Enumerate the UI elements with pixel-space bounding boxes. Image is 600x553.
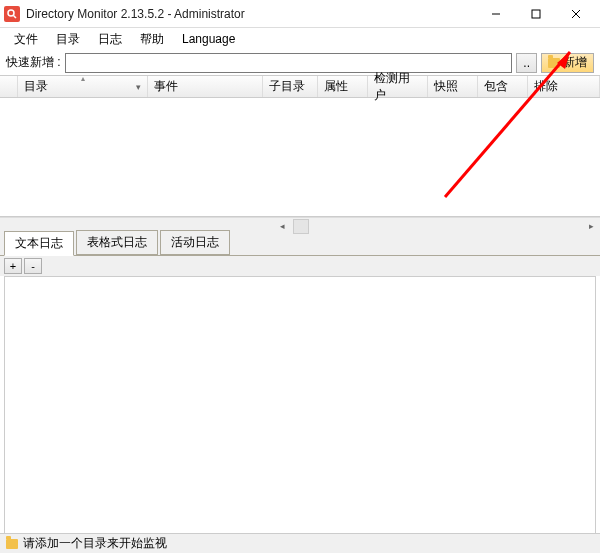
- column-event-label: 事件: [154, 78, 178, 95]
- menu-directory[interactable]: 目录: [48, 29, 88, 50]
- column-attribute-label: 属性: [324, 78, 348, 95]
- minimize-button[interactable]: [476, 0, 516, 28]
- scroll-left-arrow[interactable]: ◂: [274, 219, 291, 234]
- folder-icon: [548, 58, 560, 68]
- add-button[interactable]: 新增: [541, 53, 594, 73]
- svg-rect-3: [532, 10, 540, 18]
- table-body[interactable]: [0, 98, 600, 217]
- filter-icon[interactable]: ▾: [136, 82, 141, 92]
- close-button[interactable]: [556, 0, 596, 28]
- quickadd-input[interactable]: [65, 53, 513, 73]
- browse-button[interactable]: ..: [516, 53, 537, 73]
- status-message: 请添加一个目录来开始监视: [23, 535, 167, 552]
- column-detect-user-label: 检测用户: [374, 70, 421, 104]
- column-directory-label: 目录: [24, 78, 48, 95]
- window-title: Directory Monitor 2.13.5.2 - Administrat…: [26, 7, 476, 21]
- column-directory[interactable]: 目录 ▾: [18, 76, 148, 97]
- column-attribute[interactable]: 属性: [318, 76, 368, 97]
- column-snapshot[interactable]: 快照: [428, 76, 478, 97]
- log-body[interactable]: [4, 276, 596, 540]
- column-exclude-label: 排除: [534, 78, 558, 95]
- table-header: 目录 ▾ 事件 子目录 属性 检测用户 快照 包含 排除: [0, 76, 600, 98]
- column-exclude[interactable]: 排除: [528, 76, 600, 97]
- column-snapshot-label: 快照: [434, 78, 458, 95]
- column-include[interactable]: 包含: [478, 76, 528, 97]
- column-detect-user[interactable]: 检测用户: [368, 76, 428, 97]
- svg-line-1: [14, 15, 17, 18]
- scroll-right-arrow[interactable]: ▸: [583, 219, 600, 234]
- quickadd-label: 快速新增 :: [6, 54, 61, 71]
- maximize-button[interactable]: [516, 0, 556, 28]
- scroll-thumb[interactable]: [293, 219, 309, 234]
- tab-activity-log[interactable]: 活动日志: [160, 230, 230, 255]
- menu-help[interactable]: 帮助: [132, 29, 172, 50]
- log-tabs: 文本日志 表格式日志 活动日志: [0, 234, 600, 256]
- svg-point-0: [8, 10, 14, 16]
- quickadd-bar: 快速新增 : .. 新增: [0, 50, 600, 76]
- column-checkbox[interactable]: [0, 76, 18, 97]
- browse-label: ..: [523, 56, 530, 70]
- column-event[interactable]: 事件: [148, 76, 263, 97]
- log-add-button[interactable]: +: [4, 258, 22, 274]
- add-label: 新增: [563, 54, 587, 71]
- column-include-label: 包含: [484, 78, 508, 95]
- log-remove-button[interactable]: -: [24, 258, 42, 274]
- tab-table-log[interactable]: 表格式日志: [76, 230, 158, 255]
- menu-language[interactable]: Language: [174, 30, 243, 48]
- tab-text-log[interactable]: 文本日志: [4, 231, 74, 256]
- status-folder-icon: [6, 539, 18, 549]
- column-subdir[interactable]: 子目录: [263, 76, 318, 97]
- app-icon: [4, 6, 20, 22]
- titlebar: Directory Monitor 2.13.5.2 - Administrat…: [0, 0, 600, 28]
- menubar: 文件 目录 日志 帮助 Language: [0, 28, 600, 50]
- menu-file[interactable]: 文件: [6, 29, 46, 50]
- log-toolbar: + -: [0, 256, 600, 276]
- menu-log[interactable]: 日志: [90, 29, 130, 50]
- statusbar: 请添加一个目录来开始监视: [0, 533, 600, 553]
- column-subdir-label: 子目录: [269, 78, 305, 95]
